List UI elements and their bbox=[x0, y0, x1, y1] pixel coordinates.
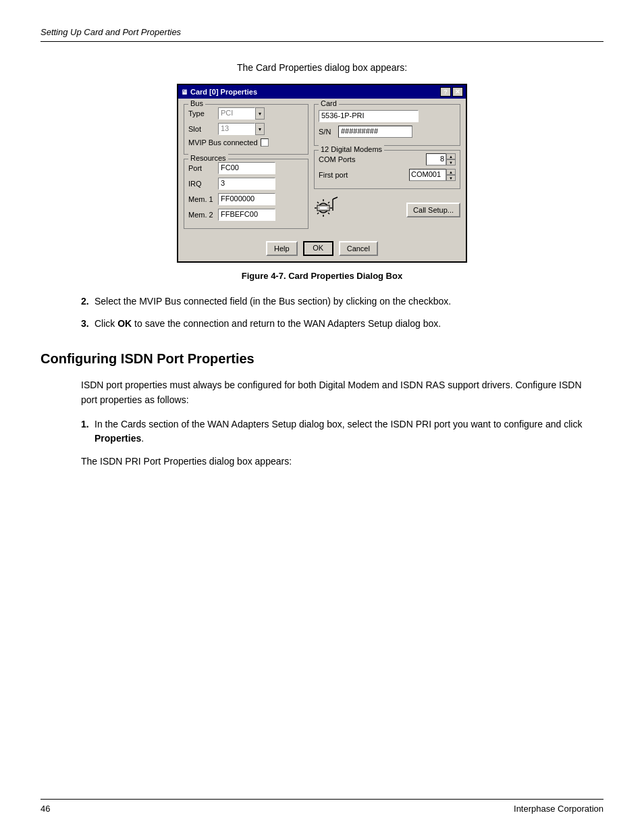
svg-line-12 bbox=[333, 197, 338, 199]
sn-row: S/N ######### bbox=[319, 126, 456, 138]
port-input[interactable]: FC00 bbox=[218, 162, 275, 174]
section-heading: Configuring ISDN Port Properties bbox=[41, 351, 603, 367]
dialog-wrapper: 🖥 Card [0] Properties ? ✕ Bus Type bbox=[41, 84, 603, 263]
left-column: Bus Type PCI ▾ Slot bbox=[184, 104, 308, 233]
svg-rect-10 bbox=[319, 207, 327, 209]
com-ports-input[interactable]: 8 bbox=[426, 153, 446, 165]
first-port-label: First port bbox=[319, 171, 348, 179]
mem1-row: Mem. 1 FF000000 bbox=[188, 193, 304, 205]
resources-group-label: Resources bbox=[188, 154, 228, 162]
page-container: Setting Up Card and Port Properties The … bbox=[0, 0, 644, 834]
step-2-text: Select the MVIP Bus connected field (in … bbox=[95, 296, 451, 307]
bus-group-label: Bus bbox=[188, 99, 205, 107]
company-name: Interphase Corporation bbox=[514, 804, 603, 814]
dialog-content: Bus Type PCI ▾ Slot bbox=[178, 99, 466, 238]
resources-group: Resources Port FC00 IRQ 3 bbox=[184, 159, 308, 229]
call-setup-button[interactable]: Call Setup... bbox=[406, 203, 460, 217]
svg-line-7 bbox=[328, 202, 329, 203]
type-dropdown-arrow[interactable]: ▾ bbox=[255, 107, 265, 120]
slot-input: 13 bbox=[218, 123, 255, 135]
section-steps: 1. In the Cards section of the WAN Adapt… bbox=[81, 417, 590, 446]
port-label: Port bbox=[188, 164, 215, 172]
com-ports-down-btn[interactable]: ▼ bbox=[446, 159, 456, 165]
com-ports-spinner-buttons: ▲ ▼ bbox=[446, 153, 456, 165]
help-button[interactable]: Help bbox=[266, 241, 298, 256]
card-group: Card 5536-1P-PRI S/N ######### bbox=[314, 104, 460, 146]
modem-svg bbox=[314, 196, 342, 220]
page-footer: 46 Interphase Corporation bbox=[41, 799, 603, 814]
mvip-label: MVIP Bus connected bbox=[188, 138, 258, 147]
com-ports-row: COM Ports 8 ▲ ▼ bbox=[319, 153, 456, 165]
header-title: Setting Up Card and Port Properties bbox=[41, 27, 181, 37]
mem2-row: Mem. 2 FFBEFC00 bbox=[188, 209, 304, 221]
card-name-input[interactable]: 5536-1P-PRI bbox=[319, 110, 419, 122]
close-titlebar-button[interactable]: ✕ bbox=[452, 87, 463, 97]
irq-label: IRQ bbox=[188, 180, 215, 188]
slot-input-wrap: 13 ▾ bbox=[218, 123, 265, 135]
step-3: 3. Click OK to save the connection and r… bbox=[81, 317, 590, 331]
port-row: Port FC00 bbox=[188, 162, 304, 174]
bus-group: Bus Type PCI ▾ Slot bbox=[184, 104, 308, 155]
type-input-wrap: PCI ▾ bbox=[218, 107, 265, 120]
icon-area: Call Setup... bbox=[314, 193, 460, 227]
intro-text: The Card Properties dialog box appears: bbox=[41, 62, 603, 73]
mem2-label: Mem. 2 bbox=[188, 211, 215, 219]
irq-row: IRQ 3 bbox=[188, 178, 304, 190]
card-properties-dialog: 🖥 Card [0] Properties ? ✕ Bus Type bbox=[177, 84, 467, 263]
dialog-icon: 🖥 bbox=[181, 88, 188, 96]
type-label: Type bbox=[188, 109, 215, 118]
com-ports-label: COM Ports bbox=[319, 155, 355, 163]
svg-line-5 bbox=[317, 202, 319, 203]
digital-modems-group: 12 Digital Modems COM Ports 8 ▲ ▼ bbox=[314, 150, 460, 189]
first-port-input[interactable]: COM001 bbox=[409, 169, 446, 181]
sn-label: S/N bbox=[319, 128, 336, 136]
svg-line-8 bbox=[317, 213, 319, 214]
step-3-text: Click OK to save the connection and retu… bbox=[95, 318, 441, 329]
mvip-checkbox[interactable] bbox=[261, 138, 269, 147]
mem1-input[interactable]: FF000000 bbox=[218, 193, 275, 205]
pre-section-steps: 2. Select the MVIP Bus connected field (… bbox=[81, 294, 590, 331]
step-2: 2. Select the MVIP Bus connected field (… bbox=[81, 294, 590, 309]
page-header: Setting Up Card and Port Properties bbox=[41, 27, 603, 42]
type-input: PCI bbox=[218, 107, 255, 120]
right-column: Card 5536-1P-PRI S/N ######### bbox=[314, 104, 460, 233]
section-step-1-text: In the Cards section of the WAN Adapters… bbox=[95, 419, 582, 444]
type-row: Type PCI ▾ bbox=[188, 107, 304, 120]
com-ports-spinner: 8 ▲ ▼ bbox=[426, 153, 456, 165]
cancel-button[interactable]: Cancel bbox=[339, 241, 378, 256]
slot-dropdown-arrow[interactable]: ▾ bbox=[255, 123, 265, 135]
first-port-row: First port COM001 ▲ ▼ bbox=[319, 169, 456, 181]
first-port-spinner: COM001 ▲ ▼ bbox=[409, 169, 456, 181]
titlebar-left: 🖥 Card [0] Properties bbox=[181, 88, 257, 96]
page-number: 46 bbox=[41, 804, 50, 814]
slot-label: Slot bbox=[188, 125, 215, 133]
digital-modems-label: 12 Digital Modems bbox=[319, 145, 384, 153]
svg-line-6 bbox=[328, 213, 329, 214]
first-port-up-btn[interactable]: ▲ bbox=[446, 169, 456, 175]
help-titlebar-button[interactable]: ? bbox=[440, 87, 451, 97]
figure-caption: Figure 4-7. Card Properties Dialog Box bbox=[41, 271, 603, 281]
isdn-text: The ISDN PRI Port Properties dialog box … bbox=[81, 454, 590, 469]
mem1-label: Mem. 1 bbox=[188, 195, 215, 203]
modem-icon bbox=[314, 196, 342, 224]
irq-input[interactable]: 3 bbox=[218, 178, 275, 190]
dialog-footer: Help OK Cancel bbox=[178, 238, 466, 261]
com-ports-up-btn[interactable]: ▲ bbox=[446, 153, 456, 159]
sn-input[interactable]: ######### bbox=[338, 126, 412, 138]
card-group-label: Card bbox=[319, 99, 339, 107]
slot-row: Slot 13 ▾ bbox=[188, 123, 304, 135]
mvip-row: MVIP Bus connected bbox=[188, 138, 304, 147]
first-port-down-btn[interactable]: ▼ bbox=[446, 175, 456, 181]
dialog-titlebar: 🖥 Card [0] Properties ? ✕ bbox=[178, 85, 466, 99]
section-body: ISDN port properties must always be conf… bbox=[81, 377, 590, 408]
first-port-spinner-buttons: ▲ ▼ bbox=[446, 169, 456, 181]
titlebar-buttons: ? ✕ bbox=[440, 87, 463, 97]
section-step-1: 1. In the Cards section of the WAN Adapt… bbox=[81, 417, 590, 446]
mem2-input[interactable]: FFBEFC00 bbox=[218, 209, 275, 221]
ok-button[interactable]: OK bbox=[303, 241, 333, 256]
dialog-title: Card [0] Properties bbox=[190, 88, 257, 96]
